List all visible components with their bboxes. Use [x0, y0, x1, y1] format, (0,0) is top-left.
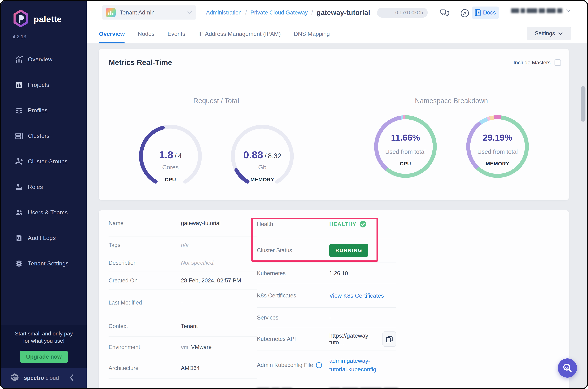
cpu-namespace-donut: 11.66% Used from total CPU — [374, 115, 437, 178]
detail-row-last-modified: Last Modified- — [109, 290, 257, 316]
tenant-admin-icon — [106, 8, 116, 17]
check-circle-icon — [359, 221, 366, 228]
sidebar-item-roles[interactable]: Roles — [1, 174, 87, 200]
palette-logo-icon — [12, 9, 29, 29]
detail-row-health: Health HEALTHY — [257, 210, 396, 238]
roles-icon — [15, 183, 23, 191]
tab-dns-mapping[interactable]: DNS Mapping — [294, 24, 330, 43]
vmware-icon: vm — [181, 344, 188, 350]
profiles-icon — [15, 106, 23, 115]
page-title: gateway-tutorial — [317, 9, 370, 17]
sidebar-nav: Overview Projects Profiles Clusters Clus… — [1, 47, 87, 276]
app-version: 4.2.13 — [13, 34, 26, 40]
user-menu[interactable] — [511, 8, 571, 13]
sidebar-item-tenant-settings[interactable]: Tenant Settings — [1, 251, 87, 276]
spectro-cloud-logo-icon — [9, 372, 20, 384]
tab-events[interactable]: Events — [167, 24, 185, 43]
sidebar-item-label: Cluster Groups — [28, 158, 67, 165]
sidebar-item-profiles[interactable]: Profiles — [1, 98, 87, 123]
users-teams-icon — [15, 208, 23, 217]
upgrade-banner: Start small and only pay for what you us… — [1, 325, 87, 368]
detail-row-services: Services- — [257, 308, 396, 328]
project-scope-selector[interactable]: Tenant Admin — [102, 5, 196, 20]
detail-row-k8s-certificates: K8s Certificates View K8s Certificates — [257, 284, 396, 308]
cpu-gauge: 1.8/4 Cores CPU — [136, 122, 205, 191]
include-masters-control: Include Masters — [514, 59, 561, 66]
details-right-column: Health HEALTHY Cluster Status RUNNING Ku… — [257, 210, 396, 388]
sidebar-item-overview[interactable]: Overview — [1, 47, 87, 72]
sidebar-item-label: Users & Teams — [28, 209, 68, 216]
tab-overview[interactable]: Overview — [99, 24, 125, 43]
detail-row-description: DescriptionNot specified. — [109, 254, 257, 272]
sidebar-item-label: Clusters — [28, 133, 50, 139]
detail-row-kubernetes: Kubernetes1.26.10 — [257, 263, 396, 284]
memory-gauge-value: 0.88/8.32 — [228, 149, 297, 161]
memory-gauge-label: MEMORY — [228, 177, 297, 183]
breadcrumb-administration[interactable]: Administration — [206, 9, 242, 16]
health-status-value: HEALTHY — [329, 221, 366, 228]
sidebar-item-label: Profiles — [28, 107, 48, 114]
sidebar-item-projects[interactable]: Projects — [1, 72, 87, 98]
sidebar-item-users-teams[interactable]: Users & Teams — [1, 200, 87, 225]
clusters-icon — [15, 132, 23, 140]
brand-name: palette — [34, 14, 62, 24]
include-masters-checkbox[interactable] — [555, 59, 561, 66]
cluster-groups-icon — [15, 157, 23, 166]
sidebar-footer: spectrocloud — [1, 368, 87, 388]
sidebar-item-label: Tenant Settings — [28, 260, 68, 267]
kubernetes-api-url: https://gateway-tuto… — [329, 332, 383, 346]
upgrade-text-line2: for what you use! — [1, 337, 87, 345]
cpu-gauge-value: 1.8/4 — [136, 149, 205, 161]
tab-ipam[interactable]: IP Address Management (IPAM) — [198, 24, 281, 43]
sidebar-collapse-chevron-icon[interactable] — [68, 374, 75, 382]
copy-api-url-button[interactable] — [383, 331, 396, 347]
cpu-donut-label: CPU — [374, 161, 437, 167]
chevron-down-icon — [558, 32, 563, 35]
section-divider — [334, 75, 334, 200]
admin-kubeconfig-link[interactable]: admin.gateway- tutorial.kubeconfig — [329, 357, 376, 373]
breadcrumb: Administration / Private Cloud Gateway /… — [206, 1, 370, 24]
memory-gauge-unit: Gb — [228, 164, 297, 171]
content-area: Metrics Real-Time Include Masters Reques… — [87, 43, 587, 388]
detail-row-tags: Tagsn/a — [109, 236, 257, 254]
info-icon[interactable] — [316, 362, 322, 369]
sidebar-item-label: Projects — [28, 82, 49, 88]
detail-row-cluster-status: Cluster Status RUNNING — [257, 238, 396, 263]
compass-icon[interactable] — [460, 8, 470, 19]
tenant-settings-icon — [15, 259, 23, 268]
memory-namespace-donut: 29.19% Used from total MEMORY — [466, 115, 529, 178]
copy-icon — [386, 335, 393, 343]
tabs-bar: Overview Nodes Events IP Address Managem… — [87, 24, 587, 43]
docs-button[interactable]: Docs — [472, 6, 499, 19]
upgrade-now-button[interactable]: Upgrade now — [20, 351, 68, 363]
search-fab-button[interactable] — [558, 358, 577, 378]
user-name-redacted — [511, 8, 562, 13]
detail-row-architecture: ArchitectureAMD64 — [109, 358, 257, 379]
metrics-title: Metrics Real-Time — [109, 58, 172, 67]
chat-icon[interactable] — [440, 8, 450, 18]
tab-nodes[interactable]: Nodes — [138, 24, 155, 43]
namespace-breakdown-title: Namespace Breakdown — [334, 97, 569, 105]
sidebar-item-clusters[interactable]: Clusters — [1, 123, 87, 149]
sidebar-item-label: Roles — [28, 184, 43, 190]
running-status-badge: RUNNING — [329, 244, 368, 257]
detail-row-admin-kubeconfig: Admin Kubeconfig File admin.gateway- tut… — [257, 351, 396, 380]
breadcrumb-private-cloud-gateway[interactable]: Private Cloud Gateway — [250, 9, 308, 16]
memory-donut-label: MEMORY — [466, 161, 529, 167]
sidebar-item-audit-logs[interactable]: Audit Logs — [1, 225, 87, 251]
vertical-scrollbar[interactable] — [581, 86, 586, 122]
book-icon — [475, 9, 481, 16]
cpu-gauge-label: CPU — [136, 177, 205, 183]
view-k8s-certificates-link[interactable]: View K8s Certificates — [329, 292, 384, 299]
sidebar-item-cluster-groups[interactable]: Cluster Groups — [1, 149, 87, 174]
detail-row-name: Namegateway-tutorial — [109, 210, 257, 236]
memory-gauge: 0.88/8.32 Gb MEMORY — [228, 122, 297, 191]
detail-row-redacted — [257, 380, 396, 388]
projects-icon — [15, 81, 23, 89]
breadcrumb-separator: / — [245, 9, 247, 16]
settings-button[interactable]: Settings — [527, 27, 571, 40]
detail-row-created-on: Created On28 Feb, 2024, 02:57 PM — [109, 272, 257, 290]
main-area: Tenant Admin Administration / Private Cl… — [87, 1, 587, 388]
chevron-down-icon — [566, 9, 571, 12]
include-masters-label: Include Masters — [514, 60, 551, 66]
